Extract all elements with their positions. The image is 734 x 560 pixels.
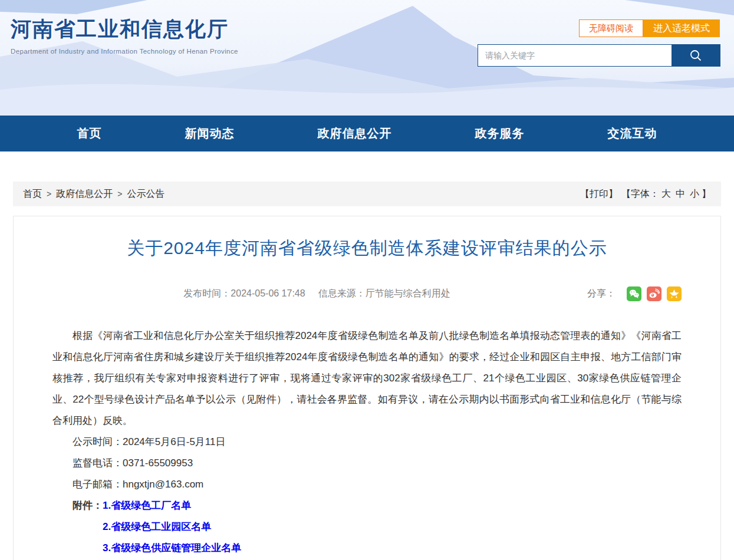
main-navigation: 首页 新闻动态 政府信息公开 政务服务 交流互动 (0, 116, 734, 151)
nav-item-interaction[interactable]: 交流互动 (608, 126, 657, 141)
breadcrumb: 首页 > 政府信息公开 > 公示公告 (23, 188, 164, 200)
article-container: 关于2024年度河南省省级绿色制造体系建设评审结果的公示 发布时间： 2024-… (13, 216, 721, 560)
attachment-link-green-parks[interactable]: 2.省级绿色工业园区名单 (103, 521, 211, 532)
elder-mode-button[interactable]: 进入适老模式 (643, 19, 720, 37)
weibo-icon (648, 288, 660, 300)
font-size-large-button[interactable]: 大 (661, 188, 671, 200)
publish-time-label: 发布时间： (183, 288, 231, 300)
share-wechat-button[interactable] (627, 286, 641, 301)
share-label: 分享： (587, 288, 615, 300)
breadcrumb-bar: 首页 > 政府信息公开 > 公示公告 【打印】 【字体： 大 中 小 】 (13, 182, 721, 206)
site-logo: 河南省工业和信息化厅 Department of Industry and In… (11, 15, 238, 55)
publicity-time-line: 公示时间：2024年5月6日-5月11日 (52, 431, 682, 453)
font-size-small-button[interactable]: 小 (690, 188, 699, 200)
breadcrumb-announcements[interactable]: 公示公告 (127, 188, 164, 200)
email-line: 电子邮箱：hngxtjn@163.com (52, 474, 682, 495)
search-bar (478, 44, 720, 67)
publish-time-value: 2024-05-06 17:48 (231, 288, 305, 299)
site-title: 河南省工业和信息化厅 (11, 15, 238, 43)
article-title: 关于2024年度河南省省级绿色制造体系建设评审结果的公示 (52, 236, 682, 261)
article-meta-row: 发布时间： 2024-05-06 17:48 信息来源： 厅节能与综合利用处 分… (52, 285, 682, 302)
search-button[interactable] (672, 45, 720, 66)
article-paragraph: 根据《河南省工业和信息化厅办公室关于组织推荐2024年度省级绿色制造名单及前八批… (52, 325, 682, 431)
header-mode-buttons: 无障碍阅读 进入适老模式 (579, 19, 720, 37)
search-input[interactable] (478, 45, 672, 66)
nav-item-home[interactable]: 首页 (77, 126, 102, 141)
source-label: 信息来源： (318, 288, 366, 300)
font-size-medium-button[interactable]: 中 (676, 188, 685, 200)
attachment-link-green-factories[interactable]: 1.省级绿色工厂名单 (103, 495, 191, 516)
article-meta: 发布时间： 2024-05-06 17:48 信息来源： 厅节能与综合利用处 (183, 288, 450, 300)
site-header: 河南省工业和信息化厅 Department of Industry and In… (0, 0, 734, 116)
page-tools: 【打印】 【字体： 大 中 小 】 (580, 188, 711, 200)
font-size-label-end: 】 (702, 188, 711, 200)
nav-item-gov-services[interactable]: 政务服务 (475, 126, 525, 141)
attachments-label: 附件： (52, 495, 103, 516)
supervision-phone-line: 监督电话：0371-65509953 (52, 453, 682, 474)
share-qzone-button[interactable] (667, 286, 682, 301)
font-size-label: 【字体： (621, 188, 659, 200)
nav-item-gov-info[interactable]: 政府信息公开 (318, 126, 392, 141)
qzone-star-icon (668, 288, 680, 300)
breadcrumb-separator: > (117, 189, 122, 199)
breadcrumb-gov-info[interactable]: 政府信息公开 (56, 188, 113, 200)
share-weibo-button[interactable] (647, 286, 661, 301)
attachment-link-green-supply-chain[interactable]: 3.省级绿色供应链管理企业名单 (103, 542, 241, 554)
accessibility-reading-button[interactable]: 无障碍阅读 (579, 19, 643, 37)
wechat-icon (628, 288, 640, 300)
site-subtitle-english: Department of Industry and Information T… (11, 48, 238, 55)
share-group: 分享： (587, 285, 682, 302)
article-body: 根据《河南省工业和信息化厅办公室关于组织推荐2024年度省级绿色制造名单及前八批… (52, 325, 682, 560)
source-value: 厅节能与综合利用处 (366, 288, 450, 300)
breadcrumb-home[interactable]: 首页 (23, 188, 42, 200)
nav-item-news[interactable]: 新闻动态 (185, 126, 235, 141)
search-icon (689, 48, 703, 62)
print-button[interactable]: 【打印】 (580, 188, 618, 200)
breadcrumb-separator: > (47, 189, 51, 199)
attachments-block: 附件： 1.省级绿色工厂名单 (52, 495, 682, 516)
